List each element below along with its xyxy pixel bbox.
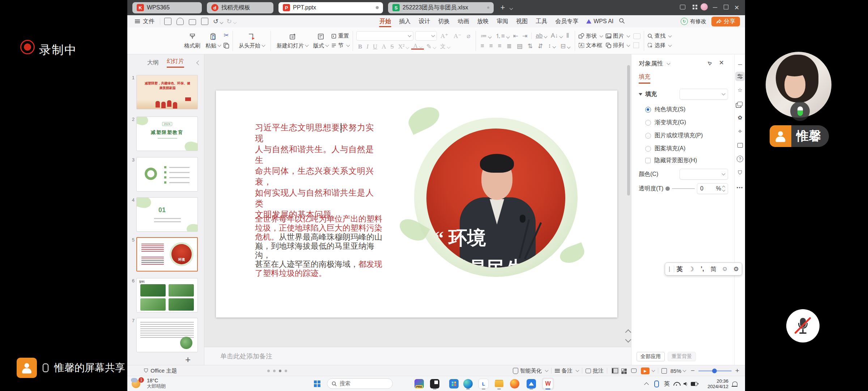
app-premiere[interactable]: PRE (413, 378, 425, 390)
new-slide-button[interactable]: 新建幻灯片 (274, 33, 311, 49)
slide-4-thumbnail[interactable]: 01 (136, 197, 198, 232)
add-slide-button[interactable]: + (185, 354, 191, 365)
bullets-button[interactable]: ≔ (479, 32, 493, 40)
pin-panel-icon[interactable]: ⊲ (705, 59, 713, 67)
slide-1-thumbnail[interactable]: 减塑限塑，共建绿色、环保、健康美丽家园 (136, 75, 198, 109)
taskbar-search[interactable]: 搜索 (327, 378, 393, 389)
sync-status[interactable]: ↻ 有修改 (681, 18, 706, 25)
print-preview-icon[interactable] (201, 18, 208, 25)
textbox-button[interactable]: A文本框 (578, 42, 602, 49)
wps-ai-button[interactable]: WPS AI (582, 15, 617, 28)
reset-button[interactable]: 重置 (331, 33, 349, 39)
transparency-spinner[interactable]: 0 % (697, 183, 728, 194)
reading-view-button[interactable] (630, 367, 638, 374)
decrease-font-icon[interactable]: A⁻ (452, 32, 463, 40)
search-menu-icon[interactable] (619, 18, 625, 25)
app-wps-active[interactable]: W (542, 378, 554, 390)
align-left-button[interactable]: ≡ (479, 42, 486, 50)
menu-tab-animation[interactable]: 动画 (454, 15, 473, 28)
fill-type-combo[interactable] (680, 89, 728, 100)
increase-font-icon[interactable]: A⁺ (439, 32, 450, 40)
tray-clock[interactable]: 20:36 2024/4/12 (700, 378, 728, 389)
slideshow-play-button[interactable]: ▶ (641, 367, 655, 374)
slide-paragraph-1[interactable]: 习近平生态文明思想要求努力实现 人与自然和谐共生。人与自然是生 命共同体，生态兴… (255, 122, 381, 220)
app-capture[interactable] (429, 378, 441, 390)
app-store[interactable] (448, 378, 460, 390)
share-avatar[interactable] (17, 358, 37, 378)
char-spacing-button[interactable]: ab (534, 32, 548, 39)
find-button[interactable]: 查找 (647, 33, 671, 39)
decrease-indent-button[interactable]: ⇤ (512, 32, 520, 40)
increase-indent-button[interactable]: ⇥ (521, 32, 529, 40)
spin-down-icon[interactable] (722, 189, 725, 192)
tab-list-chevron[interactable] (508, 4, 512, 11)
tray-volume-icon[interactable]: ) (681, 378, 689, 390)
start-button[interactable] (311, 378, 323, 390)
theme-shirt-icon[interactable]: ⛉ (144, 367, 148, 374)
restore-button[interactable] (720, 4, 731, 11)
menu-tab-tools[interactable]: 工具 (532, 15, 551, 28)
help-icon[interactable]: ? (735, 154, 745, 164)
animation-pane-icon[interactable] (735, 99, 745, 109)
zoom-level[interactable]: 85% (671, 368, 686, 374)
properties-icon[interactable] (735, 72, 745, 81)
export-icon[interactable] (176, 18, 184, 25)
row-spacing-down-button[interactable]: ⇵ (536, 42, 544, 50)
account-avatar[interactable] (699, 3, 710, 12)
underline-button[interactable]: U (371, 43, 379, 50)
select-button[interactable]: 选择 (647, 42, 671, 49)
print-icon[interactable] (189, 19, 196, 25)
effects-star-icon[interactable]: ☆ (735, 85, 745, 95)
tray-mic-icon[interactable] (652, 378, 660, 390)
ime-punctuation-icon[interactable]: ’, (697, 265, 708, 273)
notes-button[interactable]: 备注 (555, 367, 579, 374)
slide-6-thumbnail[interactable]: 塑料 (136, 278, 198, 312)
slide-paragraph-2[interactable]: 全世界每年以亿吨为单位产出的塑料 垃圾，正使地球陷入巨大的塑料污染 危机。从世界… (255, 214, 382, 278)
phonetic-button[interactable]: 文 (438, 43, 452, 50)
share-button[interactable]: 分享 (711, 17, 740, 26)
transparency-slider-knob[interactable] (665, 186, 670, 191)
canvas-scrollbar[interactable] (627, 65, 630, 196)
shapes-button[interactable]: 形状 (578, 33, 603, 39)
hide-background-checkbox[interactable] (645, 158, 651, 163)
close-panel-icon[interactable]: ✕ (719, 59, 724, 67)
transparency-slider-track[interactable] (672, 188, 695, 189)
collapse-panel-icon[interactable] (196, 60, 201, 65)
more-tools-icon[interactable]: ••• (735, 183, 745, 193)
text-direction-button[interactable]: A↓ (549, 32, 564, 39)
ime-moon-icon[interactable]: ☽ (685, 265, 697, 273)
arrange-button[interactable]: 排列 (605, 42, 630, 49)
highlight-button[interactable]: ✎ (425, 43, 438, 50)
webcam-mic-status[interactable] (790, 101, 810, 121)
undo-button[interactable]: ↺ (213, 17, 223, 25)
slides-tab[interactable]: 幻灯片 (167, 58, 184, 68)
zoom-slider[interactable] (698, 370, 732, 371)
font-name-combo[interactable] (356, 31, 413, 41)
section-expand-arrow[interactable] (639, 93, 642, 96)
minimize-button[interactable]: ─ (710, 4, 720, 11)
current-slide[interactable]: 习近平生态文明思想要求努力实现 人与自然和谐共生。人与自然是生 命共同体，生态兴… (216, 91, 617, 318)
align-center-button[interactable]: ≡ (488, 42, 494, 50)
pattern-fill-radio[interactable] (645, 146, 651, 152)
zoom-out-button[interactable]: − (691, 367, 695, 375)
color-combo[interactable] (680, 169, 728, 180)
tray-wifi-icon[interactable] (673, 378, 681, 390)
strike-button[interactable]: S (389, 43, 396, 50)
split-view-icon[interactable] (677, 4, 688, 11)
new-tab-button[interactable]: + (497, 3, 508, 12)
app-edge[interactable] (462, 378, 474, 390)
ime-settings-icon[interactable]: ⚙ (731, 265, 742, 273)
layout-button[interactable]: 版式 (311, 33, 331, 49)
align-right-button[interactable]: ≡ (497, 42, 503, 50)
row-spacing-up-button[interactable]: ⇅ (526, 42, 534, 50)
numbering-button[interactable]: ⒈≡ (494, 32, 511, 40)
menu-tab-view[interactable]: 视图 (512, 15, 532, 28)
app-firefox[interactable] (509, 378, 521, 390)
line-spacing-button[interactable]: ↕ (546, 42, 557, 50)
menu-tab-design[interactable]: 设计 (414, 15, 434, 28)
text-align-vertical-button[interactable]: ⊟ (559, 42, 571, 50)
reset-background-button[interactable]: 重置背景 (668, 352, 696, 361)
ime-emoji-icon[interactable]: ☺ (719, 265, 731, 273)
magic-wand-icon[interactable]: ✧ (735, 127, 745, 136)
zoom-in-button[interactable]: + (735, 367, 739, 375)
